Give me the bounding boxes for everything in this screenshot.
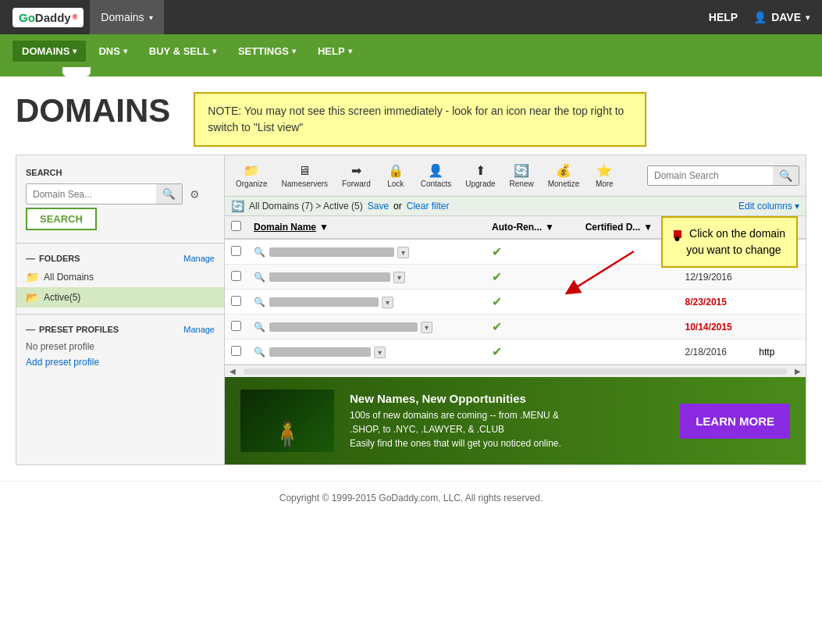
search-input-wrapper: 🔍 <box>26 183 183 205</box>
row-autorenew-cell: ✔ <box>486 315 579 340</box>
secondary-nav: DOMAINS ▾ DNS ▾ BUY & SELL ▾ SETTINGS ▾ … <box>0 34 822 67</box>
row-domain-name-cell[interactable]: 🔍 ▾ <box>247 340 486 365</box>
domain-dropdown-btn[interactable]: ▾ <box>374 347 386 358</box>
monetize-label: Monetize <box>548 180 580 188</box>
row-domain-name-cell[interactable]: 🔍 ▾ <box>247 265 486 290</box>
user-menu[interactable]: 👤 DAVE ▾ <box>753 11 810 23</box>
filter-clear-link[interactable]: Clear filter <box>407 201 450 212</box>
monetize-icon: 💰 <box>556 163 571 178</box>
table-row[interactable]: 🔍 ▾ ✔ 10/14/2015 <box>225 315 806 340</box>
domain-dropdown-btn[interactable]: ▾ <box>397 247 409 258</box>
toolbar-lock-btn[interactable]: 🔒 Lock <box>380 160 411 191</box>
folders-header: — FOLDERS Manage <box>16 250 224 267</box>
table-with-tooltip: ● Click on the domain you want to change <box>225 216 806 365</box>
promo-person-icon: 🧍 <box>272 419 303 449</box>
toolbar-search-input[interactable] <box>648 167 773 184</box>
preset-manage-link[interactable]: Manage <box>183 325 215 334</box>
domain-dropdown-btn[interactable]: ▾ <box>421 322 432 333</box>
nav-domains[interactable]: DOMAINS ▾ <box>12 41 86 62</box>
toolbar-search-icon-btn[interactable]: 🔍 <box>773 166 799 185</box>
search-icon-btn[interactable]: 🔍 <box>156 184 182 204</box>
col-checkbox-header <box>225 216 247 239</box>
toolbar-monetize-btn[interactable]: 💰 Monetize <box>543 160 585 191</box>
nav-help[interactable]: HELP ▾ <box>308 41 361 62</box>
expires-date: 12/19/2016 <box>685 272 732 283</box>
nameservers-label: Nameservers <box>282 180 328 188</box>
scroll-left-btn[interactable]: ◀ <box>225 367 240 375</box>
folder-all-domains[interactable]: 📁 All Domains <box>16 267 224 287</box>
table-row[interactable]: 🔍 ▾ ✔ 2/18/2016 http <box>225 340 806 365</box>
table-row[interactable]: 🔍 ▾ ✔ 12/19/2016 <box>225 265 806 290</box>
more-label: More <box>596 180 614 188</box>
col-domain-name-header[interactable]: Domain Name ▼ <box>247 216 486 239</box>
zoom-icon[interactable]: 🔍 <box>254 247 265 258</box>
nav-buy-sell[interactable]: BUY & SELL ▾ <box>140 41 226 62</box>
nameservers-icon: 🖥 <box>298 164 311 178</box>
zoom-icon[interactable]: 🔍 <box>254 347 265 358</box>
nav-settings[interactable]: SETTINGS ▾ <box>229 41 305 62</box>
select-all-checkbox[interactable] <box>231 221 241 231</box>
promo-text-area: New Names, New Opportunities 100s of new… <box>350 392 664 450</box>
table-row[interactable]: 🔍 ▾ ✔ 8/23/2015 <box>225 290 806 315</box>
zoom-icon[interactable]: 🔍 <box>254 322 265 333</box>
search-button[interactable]: SEARCH <box>26 208 97 230</box>
row-domain-name-cell[interactable]: 🔍 ▾ <box>247 315 486 340</box>
scroll-right-btn[interactable]: ▶ <box>790 367 806 375</box>
learn-more-button[interactable]: LEARN MORE <box>680 404 790 439</box>
domain-search-input[interactable] <box>27 185 156 204</box>
filter-save-link[interactable]: Save <box>368 201 389 212</box>
search-settings-btn[interactable]: ⚙ <box>186 184 204 205</box>
row-forw-cell <box>753 265 806 290</box>
organize-icon: 📁 <box>244 163 259 178</box>
row-domain-name-cell[interactable]: 🔍 ▾ <box>247 290 486 315</box>
row-checkbox-0[interactable] <box>231 246 241 256</box>
row-checkbox-2[interactable] <box>231 296 241 306</box>
folders-collapse-icon[interactable]: — <box>26 253 35 264</box>
toolbar-organize-btn[interactable]: 📁 Organize <box>231 160 272 191</box>
horizontal-scrollbar[interactable]: ◀ ▶ <box>225 365 806 377</box>
tooltip-line1: Click on the domain <box>689 227 785 240</box>
toolbar-contacts-btn[interactable]: 👤 Contacts <box>416 160 456 191</box>
help-link[interactable]: HELP <box>709 11 738 23</box>
nav-settings-label: SETTINGS <box>238 45 289 57</box>
row-forw-cell <box>753 290 806 315</box>
zoom-icon[interactable]: 🔍 <box>254 272 265 283</box>
filter-refresh-icon[interactable]: 🔄 <box>231 200 244 212</box>
folders-manage-link[interactable]: Manage <box>183 254 215 263</box>
row-certified-cell <box>579 340 679 365</box>
godaddy-logo[interactable]: GoDaddy ® <box>12 8 84 27</box>
nav-dns[interactable]: DNS ▾ <box>89 41 136 62</box>
expires-date: 2/18/2016 <box>685 347 727 358</box>
toolbar-renew-btn[interactable]: 🔄 Renew <box>505 160 539 191</box>
renew-icon: 🔄 <box>514 163 529 178</box>
toolbar-more-btn[interactable]: ⭐ More <box>589 160 620 191</box>
zoom-icon[interactable]: 🔍 <box>254 297 265 308</box>
toolbar-nameservers-btn[interactable]: 🖥 Nameservers <box>277 161 333 191</box>
folder-active[interactable]: 📂 Active(5) <box>16 287 224 308</box>
row-checkbox-3[interactable] <box>231 321 241 331</box>
domains-dropdown-btn[interactable]: Domains ▾ <box>90 0 163 34</box>
tooltip-dot: ● <box>674 230 681 238</box>
toolbar-upgrade-btn[interactable]: ⬆ Upgrade <box>461 160 500 191</box>
promo-title: New Names, New Opportunities <box>350 392 664 405</box>
toolbar-forward-btn[interactable]: ➡ Forward <box>337 160 375 191</box>
nav-dns-label: DNS <box>98 45 119 57</box>
preset-add-link[interactable]: Add preset profile <box>16 355 224 369</box>
domain-dropdown-btn[interactable]: ▾ <box>393 272 405 283</box>
row-checkbox-4[interactable] <box>231 346 241 356</box>
preset-collapse-icon[interactable]: — <box>26 324 35 335</box>
row-checkbox-1[interactable] <box>231 271 241 281</box>
nav-bump <box>0 67 822 76</box>
row-autorenew-cell: ✔ <box>486 290 579 315</box>
col-domain-filter-icon[interactable]: ▼ <box>319 222 329 233</box>
col-autorenew-filter-icon[interactable]: ▼ <box>545 222 554 233</box>
promo-banner: 🧍 New Names, New Opportunities 100s of n… <box>225 377 806 464</box>
col-domain-name-inner: Domain Name ▼ <box>254 222 479 233</box>
col-certified-filter-icon[interactable]: ▼ <box>643 222 653 233</box>
edit-columns-link[interactable]: Edit columns ▾ <box>738 201 799 212</box>
user-icon: 👤 <box>753 11 767 23</box>
col-autorenew-header[interactable]: Auto-Ren... ▼ <box>486 216 579 239</box>
domain-dropdown-btn[interactable]: ▾ <box>382 297 393 308</box>
row-domain-name-cell[interactable]: 🔍 ▾ <box>247 239 486 265</box>
scroll-track[interactable] <box>244 368 787 375</box>
